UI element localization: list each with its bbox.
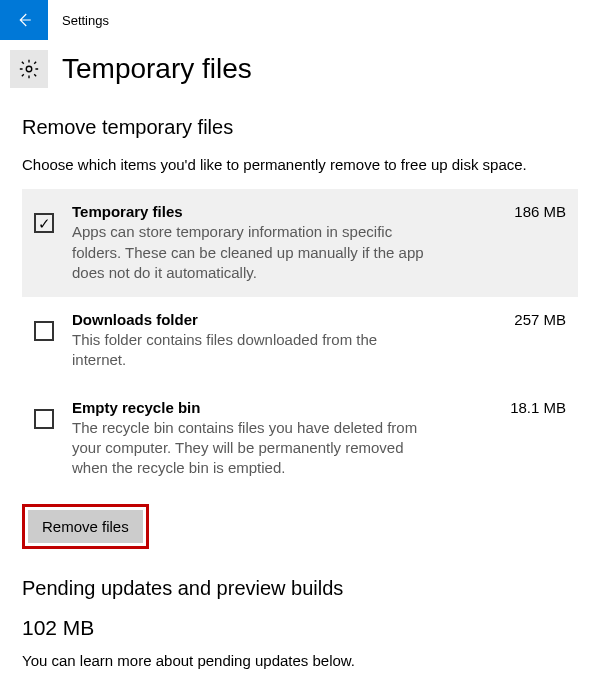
- option-title: Temporary files: [72, 203, 183, 220]
- option-size: 18.1 MB: [510, 399, 566, 416]
- app-name: Settings: [48, 13, 109, 28]
- pending-desc: You can learn more about pending updates…: [22, 652, 578, 669]
- section-remove-heading: Remove temporary files: [22, 116, 578, 139]
- option-downloads-folder[interactable]: Downloads folder 257 MB This folder cont…: [22, 297, 578, 385]
- page-header: Temporary files: [0, 50, 600, 88]
- option-title: Empty recycle bin: [72, 399, 200, 416]
- checkbox-downloads-folder[interactable]: [34, 321, 54, 341]
- remove-files-button[interactable]: Remove files: [28, 510, 143, 543]
- checkbox-temporary-files[interactable]: [34, 213, 54, 233]
- back-arrow-icon: [15, 11, 33, 29]
- option-temporary-files[interactable]: Temporary files 186 MB Apps can store te…: [22, 189, 578, 297]
- option-recycle-bin[interactable]: Empty recycle bin 18.1 MB The recycle bi…: [22, 385, 578, 493]
- option-desc: This folder contains files downloaded fr…: [72, 330, 432, 371]
- option-size: 186 MB: [514, 203, 566, 220]
- option-title: Downloads folder: [72, 311, 198, 328]
- option-desc: The recycle bin contains files you have …: [72, 418, 432, 479]
- section-pending-heading: Pending updates and preview builds: [22, 577, 578, 600]
- remove-files-highlight: Remove files: [22, 504, 149, 549]
- checkbox-recycle-bin[interactable]: [34, 409, 54, 429]
- option-size: 257 MB: [514, 311, 566, 328]
- page-title: Temporary files: [62, 53, 252, 85]
- pending-size: 102 MB: [22, 616, 578, 640]
- svg-point-0: [26, 66, 32, 72]
- option-desc: Apps can store temporary information in …: [72, 222, 432, 283]
- gear-icon-box: [10, 50, 48, 88]
- back-button[interactable]: [0, 0, 48, 40]
- gear-icon: [18, 58, 40, 80]
- section-remove-description: Choose which items you'd like to permane…: [22, 155, 578, 175]
- titlebar: Settings: [0, 0, 600, 40]
